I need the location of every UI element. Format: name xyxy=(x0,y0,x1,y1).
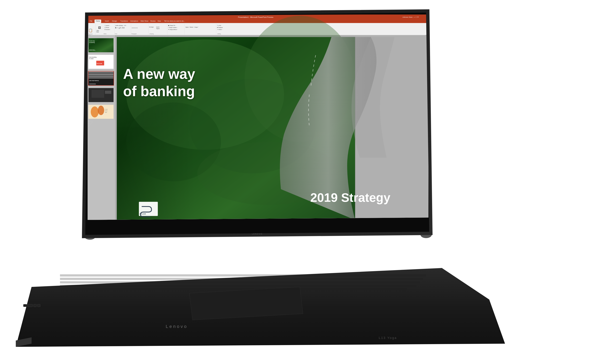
laptop-product-image: Lenovo L13 Yoga xyxy=(0,0,606,364)
svg-text:Presentation1 - Microsoft Powe: Presentation1 - Microsoft PowerPoint Pre… xyxy=(238,16,273,18)
svg-rect-9 xyxy=(60,285,417,287)
svg-rect-3 xyxy=(28,304,33,307)
svg-text:↗ Select ~: ↗ Select ~ xyxy=(217,29,223,30)
svg-text:🔍 Find: 🔍 Find xyxy=(217,25,221,26)
svg-rect-10 xyxy=(60,288,407,290)
svg-rect-5 xyxy=(37,304,40,307)
svg-text:Lenovo: Lenovo xyxy=(166,324,188,329)
svg-rect-8 xyxy=(60,281,420,284)
svg-text:LENOVO: LENOVO xyxy=(252,233,262,235)
svg-text:L13 Yoga: L13 Yoga xyxy=(379,336,397,339)
svg-text:Unknown  Share: Unknown Share xyxy=(402,16,413,18)
svg-rect-7 xyxy=(60,278,423,280)
svg-rect-2 xyxy=(23,304,27,307)
svg-point-13 xyxy=(256,12,258,14)
svg-text:2019 Strategy: 2019 Strategy xyxy=(310,191,390,205)
svg-text:SOLUUM: SOLUUM xyxy=(140,213,146,215)
svg-rect-4 xyxy=(34,304,36,307)
svg-text:— □ ✕: — □ ✕ xyxy=(413,16,419,18)
svg-rect-6 xyxy=(60,274,426,276)
svg-text:⇄ Replace: ⇄ Replace xyxy=(217,27,223,28)
svg-text:Editing: Editing xyxy=(218,33,221,35)
